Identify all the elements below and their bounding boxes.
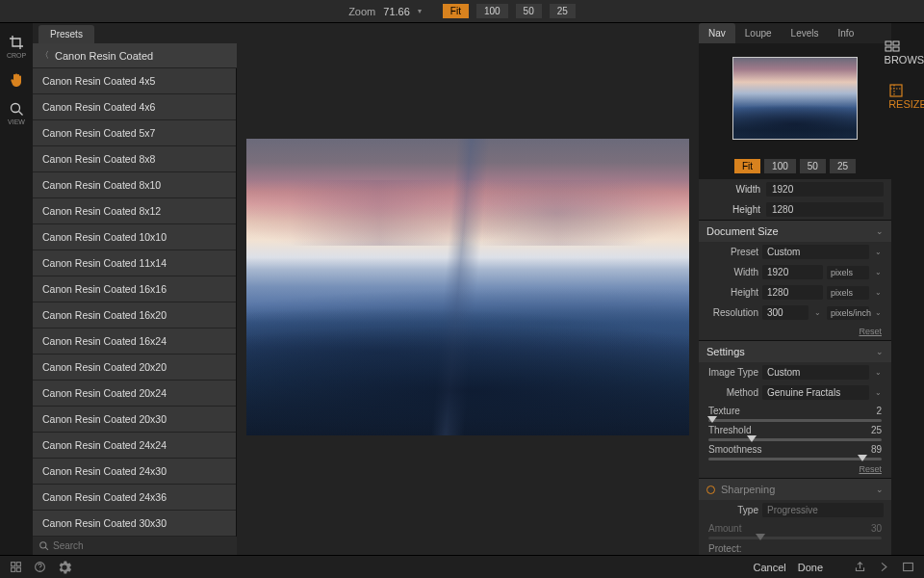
help-icon[interactable] [34,561,46,573]
preset-item[interactable]: Canon Resin Coated 5x7 [33,120,236,146]
done-button[interactable]: Done [798,562,823,573]
doc-reset-link[interactable]: Reset [859,327,882,336]
settings-reset-link[interactable]: Reset [859,464,882,474]
doc-height-input[interactable]: 1280 [762,285,823,300]
svg-rect-8 [16,563,20,566]
doc-width-input[interactable]: 1920 [762,265,823,279]
chevron-down-icon[interactable]: ⌄ [873,268,884,276]
view-tool[interactable]: VIEW [8,101,25,125]
preset-item[interactable]: Canon Resin Coated 30x30 [33,511,236,537]
nav-fit-button[interactable]: Fit [734,159,760,173]
slider-thumb-icon[interactable] [858,455,867,461]
pixel-width-row: Width 1920 [699,179,891,199]
nav-100-button[interactable]: 100 [764,159,796,173]
doc-preset-select[interactable]: Custom [762,245,869,259]
nav-25-button[interactable]: 25 [830,159,856,173]
preset-item[interactable]: Canon Resin Coated 24x36 [33,485,236,511]
slider-thumb-icon[interactable] [747,435,757,442]
svg-point-0 [11,104,19,113]
preset-item[interactable]: Canon Resin Coated 10x10 [33,224,236,250]
grid-icon[interactable] [10,561,22,573]
image-type-select[interactable]: Custom [762,365,869,380]
preset-item[interactable]: Canon Resin Coated 16x20 [33,302,236,328]
svg-rect-5 [893,47,899,51]
preset-item[interactable]: Canon Resin Coated 8x10 [33,172,236,198]
gear-icon[interactable] [58,561,71,574]
chevron-down-icon: ⌄ [876,485,884,494]
preset-item[interactable]: Canon Resin Coated 16x16 [33,276,236,302]
presets-search-row [33,537,237,555]
nav-preview[interactable] [732,57,858,140]
canvas[interactable] [237,23,699,555]
doc-resolution-input[interactable]: 300 [762,305,808,320]
toggle-dot-icon[interactable] [706,486,715,494]
chevron-down-icon[interactable]: ⌄ [873,288,884,297]
height-value[interactable]: 1280 [766,202,884,217]
browse-tool[interactable]: BROWSE [885,39,924,66]
nav-tab-loupe[interactable]: Loupe [735,23,782,43]
sharpening-type-select[interactable]: Progressive [762,503,884,517]
chevron-down-icon[interactable]: ▾ [418,7,422,15]
chevron-down-icon[interactable]: ⌄ [873,368,884,377]
zoom-value[interactable]: 71.66 [383,6,410,17]
preset-item[interactable]: Canon Resin Coated 24x30 [33,459,236,485]
doc-height-unit[interactable]: pixels [827,286,869,300]
chevron-down-icon[interactable]: ⌄ [873,308,884,317]
doc-width-unit[interactable]: pixels [827,266,869,279]
texture-slider[interactable]: Texture2 [699,403,891,422]
preset-item[interactable]: Canon Resin Coated 8x8 [33,146,236,172]
slider-thumb-icon[interactable] [707,416,717,423]
chevron-down-icon[interactable]: ⌄ [873,248,884,256]
next-icon[interactable] [878,561,890,573]
amount-slider[interactable]: Amount30 [699,520,891,539]
preset-item[interactable]: Canon Resin Coated 4x6 [33,94,236,120]
share-icon[interactable] [854,561,866,573]
preset-item[interactable]: Canon Resin Coated 4x5 [33,68,236,94]
zoom-50-button[interactable]: 50 [516,4,542,18]
crop-label: CROP [7,52,26,59]
crop-tool[interactable]: CROP [7,35,26,59]
sharpening-type-row: Type Progressive [699,500,891,520]
zoom-25-button[interactable]: 25 [550,4,576,18]
preset-item[interactable]: Canon Resin Coated 16x24 [33,328,236,355]
pan-tool[interactable] [9,72,24,88]
width-value[interactable]: 1920 [766,182,884,197]
threshold-slider[interactable]: Threshold25 [699,422,891,441]
presets-search-input[interactable] [53,540,231,551]
svg-rect-12 [904,563,913,570]
preset-item[interactable]: Canon Resin Coated 11x14 [33,250,236,276]
preset-item[interactable]: Canon Resin Coated 20x20 [33,355,236,381]
slider-thumb-icon[interactable] [756,534,765,540]
chevron-down-icon[interactable]: ⌄ [812,308,823,317]
zoom-100-button[interactable]: 100 [476,4,508,18]
pixel-height-row: Height 1280 [699,199,891,220]
nav-tab-levels[interactable]: Levels [782,23,829,43]
settings-header[interactable]: Settings ⌄ [699,341,891,362]
nav-tab-info[interactable]: Info [829,23,864,43]
doc-height-row: Height 1280 pixels ⌄ [699,282,891,302]
zoom-fit-button[interactable]: Fit [443,4,469,18]
preset-item[interactable]: Canon Resin Coated 8x12 [33,198,236,224]
nav-tab-nav[interactable]: Nav [699,23,735,43]
resize-tool[interactable]: RESIZE [888,83,924,110]
presets-list[interactable]: Canon Resin Coated 4x5Canon Resin Coated… [33,68,237,537]
cancel-button[interactable]: Cancel [753,562,785,573]
sharpening-header[interactable]: Sharpening ⌄ [699,479,891,500]
smoothness-slider[interactable]: Smoothness89 [699,441,891,460]
document-size-header[interactable]: Document Size ⌄ [699,221,891,242]
right-tool-rail: BROWSE RESIZE [891,23,924,555]
chevron-down-icon[interactable]: ⌄ [873,388,884,397]
left-tool-rail: CROP VIEW [0,23,33,555]
preset-item[interactable]: Canon Resin Coated 24x24 [33,433,236,459]
window-icon[interactable] [902,561,914,573]
nav-50-button[interactable]: 50 [800,159,826,173]
preset-item[interactable]: Canon Resin Coated 20x24 [33,381,236,407]
method-select[interactable]: Genuine Fractals [762,385,869,400]
svg-rect-7 [12,563,15,566]
doc-resolution-unit[interactable]: pixels/inch [827,306,869,320]
presets-category-header[interactable]: 〈 Canon Resin Coated [33,43,237,68]
preset-item[interactable]: Canon Resin Coated 20x30 [33,407,236,433]
presets-tab[interactable]: Presets [38,25,94,43]
svg-rect-6 [890,85,902,96]
height-label: Height [706,204,760,215]
